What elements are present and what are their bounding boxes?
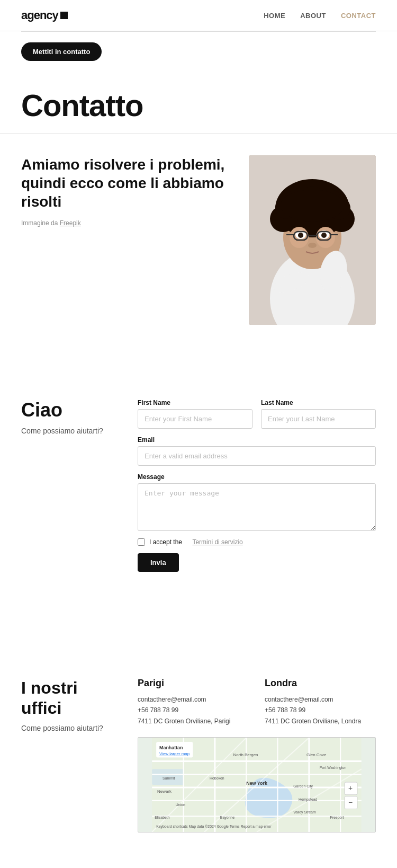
first-name-input[interactable] (138, 409, 252, 429)
svg-text:Garden City: Garden City (293, 784, 313, 789)
svg-text:Valley Stream: Valley Stream (293, 811, 316, 815)
nav-about[interactable]: ABOUT (300, 12, 326, 20)
offices-section: I nostri uffici Come possiamo aiutarti? … (0, 646, 397, 864)
offices-content: Parigi contacthere@email.com +56 788 78 … (138, 678, 376, 832)
svg-text:+: + (348, 784, 353, 792)
hero-person-svg (249, 155, 376, 325)
svg-text:−: − (348, 798, 353, 807)
email-label: Email (138, 436, 376, 444)
terms-checkbox[interactable] (138, 538, 145, 546)
london-details: contacthere@email.com +56 788 78 99 7411… (265, 694, 376, 727)
map-svg: Bloomfield North Bergen Glen Cove Port W… (138, 738, 375, 832)
logo[interactable]: agency (21, 8, 68, 22)
page-title: Contatto (21, 87, 376, 123)
terms-row: I accept the Termini di servizio (138, 538, 376, 546)
email-group: Email (138, 436, 376, 466)
paris-email: contacthere@email.com (138, 694, 249, 705)
svg-text:Bayonne: Bayonne (220, 816, 234, 820)
office-paris: Parigi contacthere@email.com +56 788 78 … (138, 678, 249, 727)
logo-box-icon (60, 12, 68, 19)
london-phone: +56 788 78 99 (265, 705, 376, 715)
svg-text:New York: New York (246, 781, 267, 786)
cta-button[interactable]: Mettiti in contatto (21, 42, 102, 61)
paris-address: 7411 DC Groten Orviliane, Parigi (138, 716, 249, 727)
last-name-group: Last Name (261, 399, 376, 429)
logo-text: agency (21, 8, 58, 22)
contact-form: First Name Last Name Email Message I acc… (138, 399, 376, 572)
page-title-section: Contatto (0, 72, 397, 134)
svg-text:Hoboken: Hoboken (210, 776, 224, 780)
paris-details: contacthere@email.com +56 788 78 99 7411… (138, 694, 249, 727)
svg-point-24 (308, 243, 317, 248)
paris-phone: +56 788 78 99 (138, 705, 249, 715)
hero-image-placeholder (249, 155, 376, 325)
offices-grid: Parigi contacthere@email.com +56 788 78 … (138, 678, 376, 727)
terms-link[interactable]: Termini di servizio (192, 538, 242, 546)
last-name-input[interactable] (261, 409, 376, 429)
svg-text:Union: Union (176, 803, 185, 807)
hero-section: Amiamo risolvere i problemi, quindi ecco… (0, 134, 397, 346)
terms-text: I accept the (149, 538, 182, 546)
svg-text:Summit: Summit (163, 776, 175, 780)
contact-intro: Ciao Come possiamo aiutarti? (21, 399, 116, 435)
contact-greeting: Ciao (21, 399, 116, 421)
london-city: Londra (265, 678, 376, 689)
svg-point-12 (281, 190, 344, 222)
message-textarea[interactable] (138, 483, 376, 531)
paris-city: Parigi (138, 678, 249, 689)
message-row: Message (138, 473, 376, 531)
contact-subtext: Come possiamo aiutarti? (21, 427, 116, 435)
submit-button[interactable]: Invia (138, 553, 179, 572)
svg-point-17 (298, 233, 303, 238)
nav: HOME ABOUT CONTACT (264, 12, 376, 20)
name-row: First Name Last Name (138, 399, 376, 429)
svg-text:Port Washington: Port Washington (320, 766, 347, 770)
first-name-group: First Name (138, 399, 252, 429)
london-address: 7411 DC Groten Orviliane, Londra (265, 716, 376, 727)
svg-text:Manhattan: Manhattan (159, 745, 183, 750)
offices-intro: I nostri uffici Come possiamo aiutarti? (21, 678, 116, 732)
hero-caption: Immagine da Freepik (21, 219, 233, 227)
svg-text:North Bergen: North Bergen (233, 752, 258, 757)
header: agency HOME ABOUT CONTACT (0, 0, 397, 31)
contact-section: Ciao Come possiamo aiutarti? First Name … (0, 367, 397, 604)
hero-image (249, 155, 376, 325)
london-email: contacthere@email.com (265, 694, 376, 705)
svg-text:Glen Cove: Glen Cove (306, 752, 327, 757)
svg-point-18 (321, 233, 327, 238)
message-group: Message (138, 473, 376, 531)
svg-text:View larger map: View larger map (159, 751, 190, 756)
message-label: Message (138, 473, 376, 481)
svg-text:Elizabeth: Elizabeth (155, 816, 170, 819)
email-input[interactable] (138, 446, 376, 466)
nav-contact[interactable]: CONTACT (341, 12, 376, 20)
svg-text:Freeport: Freeport (330, 816, 344, 820)
svg-text:Hempstead: Hempstead (299, 798, 317, 802)
svg-text:Newark: Newark (157, 789, 172, 794)
svg-text:Keyboard shortcuts  Map data ©: Keyboard shortcuts Map data ©2024 Google… (156, 825, 272, 829)
hero-text: Amiamo risolvere i problemi, quindi ecco… (21, 155, 233, 227)
hero-heading: Amiamo risolvere i problemi, quindi ecco… (21, 155, 233, 211)
offices-heading: I nostri uffici (21, 678, 116, 719)
nav-home[interactable]: HOME (264, 12, 285, 20)
cta-section: Mettiti in contatto (0, 32, 397, 72)
last-name-label: Last Name (261, 399, 376, 406)
offices-subtext: Come possiamo aiutarti? (21, 724, 116, 732)
first-name-label: First Name (138, 399, 252, 406)
map-container[interactable]: Bloomfield North Bergen Glen Cove Port W… (138, 737, 376, 832)
freepik-link[interactable]: Freepik (60, 219, 81, 227)
office-london: Londra contacthere@email.com +56 788 78 … (265, 678, 376, 727)
email-row: Email (138, 436, 376, 466)
